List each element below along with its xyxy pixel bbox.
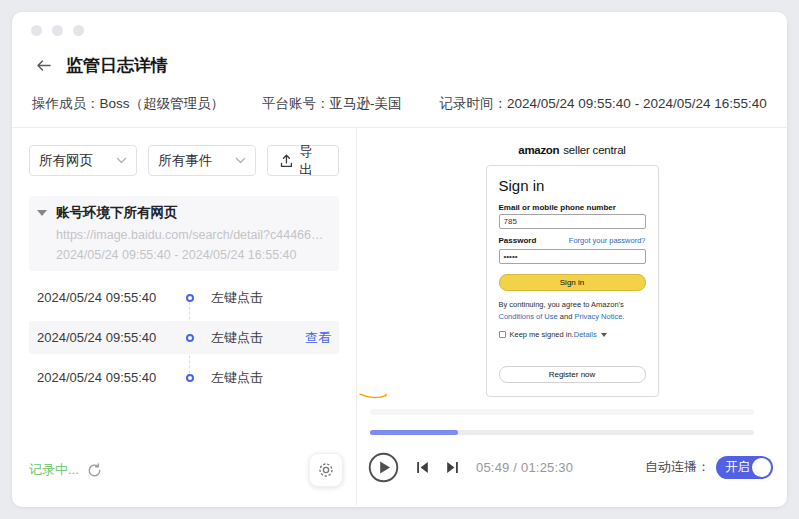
next-step-button[interactable] (446, 461, 459, 474)
record-time-label: 记录时间： (440, 96, 508, 111)
refresh-icon (87, 463, 102, 478)
skip-next-icon (446, 461, 459, 474)
window-control-dot (31, 25, 42, 36)
record-target-icon (318, 462, 334, 478)
time-display: 05:49 / 01:25:30 (476, 460, 573, 475)
panel-status-row: 记录中... (29, 453, 343, 487)
event-row[interactable]: 2024/05/24 09:55:40 左键点击 (29, 361, 339, 394)
playback-progress-bar[interactable] (370, 430, 754, 435)
platform-info: 平台账号：亚马逊-美国 (262, 95, 402, 113)
keep-signed-in-row: Keep me signed in. Details (499, 330, 646, 339)
caret-down-icon (37, 210, 47, 216)
password-label: Password (499, 236, 537, 245)
player-controls: 05:49 / 01:25:30 自动连播： 开启 (368, 451, 773, 483)
chevron-down-icon (116, 157, 127, 164)
operator-info: 操作成员：Boss（超级管理员） (32, 95, 224, 113)
event-row[interactable]: 2024/05/24 09:55:40 左键点击 (29, 281, 339, 314)
signin-title: Sign in (499, 177, 646, 194)
amazon-wordmark: amazon (518, 144, 559, 156)
back-button[interactable] (32, 54, 54, 76)
app-window: 监管日志详情 操作成员：Boss（超级管理员） 平台账号：亚马逊-美国 记录时间… (12, 12, 787, 507)
signin-card: Sign in Email or mobile phone number 785… (486, 165, 659, 397)
event-action: 左键点击 (211, 289, 263, 307)
page-group-url: https://image.baidu.com/search/detail?c4… (56, 228, 329, 242)
email-field: 785 (499, 214, 646, 229)
privacy-notice-link: Privacy Notice (574, 312, 622, 321)
record-settings-button[interactable] (309, 453, 343, 487)
toggle-knob (752, 458, 771, 477)
legal-mid: and (558, 312, 575, 321)
operator-value: Boss（超级管理员） (100, 96, 225, 111)
autoplay-label: 自动连播： (645, 458, 710, 476)
legal-suffix: . (622, 312, 624, 321)
event-marker (169, 334, 211, 342)
event-action: 左键点击 (211, 369, 263, 387)
page-group-time-range: 2024/05/24 09:55:40 - 2024/05/24 16:55:4… (56, 248, 329, 262)
autoplay-toggle[interactable]: 开启 (716, 456, 773, 479)
event-row[interactable]: 2024/05/24 09:55:40 左键点击 查看 (29, 321, 339, 354)
upload-icon (280, 154, 293, 168)
toggle-on-label: 开启 (716, 459, 750, 476)
replay-preview: amazon seller central Sign in Email or m… (357, 144, 787, 397)
filter-row: 所有网页 所有事件 导出 (29, 145, 339, 176)
event-marker (169, 374, 211, 382)
seller-central-wordmark: seller central (563, 144, 625, 156)
conditions-of-use-link: Conditions of Use (499, 312, 558, 321)
amazon-seller-central-logo: amazon seller central (518, 144, 625, 156)
refresh-button[interactable] (87, 463, 102, 478)
event-action: 左键点击 (211, 329, 263, 347)
record-time-value: 2024/05/24 09:55:40 - 2024/05/24 16:55:4… (507, 96, 767, 111)
register-button: Register now (499, 366, 646, 383)
record-time-info: 记录时间：2024/05/24 09:55:40 - 2024/05/24 16… (440, 95, 767, 113)
events-filter-dropdown[interactable]: 所有事件 (148, 145, 256, 176)
pages-filter-value: 所有网页 (39, 152, 93, 170)
page-group-block: 账号环境下所有网页 https://image.baidu.com/search… (29, 196, 339, 271)
chevron-down-icon (235, 157, 246, 164)
page-group-header[interactable]: 账号环境下所有网页 (35, 204, 329, 222)
event-marker (169, 294, 211, 302)
skip-previous-icon (416, 461, 429, 474)
amazon-smile-icon (359, 393, 391, 400)
window-control-dot (73, 25, 84, 36)
forgot-password-link: Forgot your password? (569, 236, 646, 245)
timeline-dot-icon (186, 294, 194, 302)
play-button[interactable] (368, 452, 399, 483)
play-icon (368, 452, 399, 483)
event-time: 2024/05/24 09:55:40 (37, 370, 169, 385)
keep-signed-in-checkbox (499, 331, 506, 338)
platform-value: 亚马逊-美国 (330, 96, 402, 111)
replay-panel: amazon seller central Sign in Email or m… (357, 128, 787, 505)
password-label-row: Password Forgot your password? (499, 236, 646, 247)
page-title: 监管日志详情 (66, 54, 168, 77)
session-info-bar: 操作成员：Boss（超级管理员） 平台账号：亚马逊-美国 记录时间：2024/0… (12, 80, 787, 128)
signin-button: Sign in (499, 274, 646, 291)
recording-status: 记录中... (29, 461, 79, 479)
timeline-dot-icon (186, 374, 194, 382)
event-time: 2024/05/24 09:55:40 (37, 330, 169, 345)
window-controls (12, 12, 787, 42)
export-button[interactable]: 导出 (267, 145, 339, 176)
password-field: ••••• (499, 249, 646, 264)
event-time: 2024/05/24 09:55:40 (37, 290, 169, 305)
email-label: Email or mobile phone number (499, 203, 646, 212)
pages-filter-dropdown[interactable]: 所有网页 (29, 145, 137, 176)
timeline-dot-icon (186, 334, 194, 342)
page-header: 监管日志详情 (12, 42, 787, 80)
previous-step-button[interactable] (416, 461, 429, 474)
event-timeline: 2024/05/24 09:55:40 左键点击 2024/05/24 09:5… (29, 281, 339, 394)
operator-label: 操作成员： (32, 96, 100, 111)
export-label: 导出 (299, 143, 326, 179)
window-control-dot (52, 25, 63, 36)
platform-label: 平台账号： (262, 96, 330, 111)
details-link: Details (574, 330, 597, 339)
progress-fill (370, 430, 458, 435)
events-panel: 所有网页 所有事件 导出 账号环境下所有 (12, 128, 357, 505)
caret-down-icon (601, 333, 607, 337)
legal-text: By continuing, you agree to Amazon's Con… (499, 299, 646, 322)
page-group-title: 账号环境下所有网页 (56, 204, 178, 222)
keep-signed-in-label: Keep me signed in. (510, 330, 574, 339)
view-event-link[interactable]: 查看 (305, 329, 331, 347)
arrow-left-icon (35, 58, 52, 73)
preview-scrollbar[interactable] (370, 409, 754, 415)
events-filter-value: 所有事件 (158, 152, 212, 170)
